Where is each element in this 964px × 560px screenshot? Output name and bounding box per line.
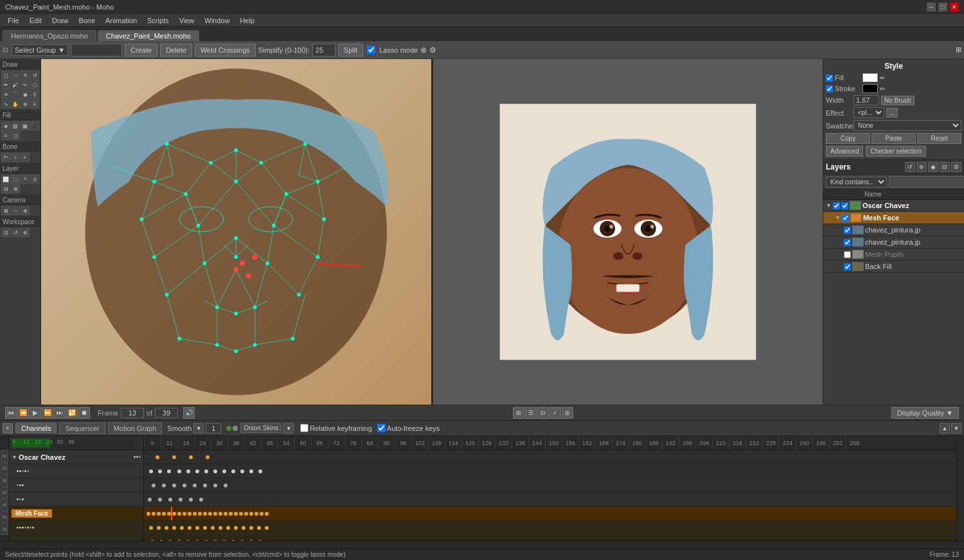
layer-sel-oscar-chavez[interactable] <box>841 202 848 209</box>
tl-track-mesh-sub2[interactable] <box>144 535 956 541</box>
delete-button[interactable]: Delete <box>160 44 192 57</box>
go-to-end-button[interactable]: ⏭ <box>54 407 66 419</box>
tool-weld[interactable]: ◉ <box>21 90 30 99</box>
next-frame-button[interactable]: ⏩ <box>42 407 53 419</box>
tool-shape[interactable]: ⬡ <box>30 80 39 89</box>
tool-camera-3[interactable]: ⊕ <box>21 206 30 215</box>
tool-fill-3[interactable]: ◻ <box>11 131 20 140</box>
grid-view-btn[interactable]: ⊞ <box>513 407 524 419</box>
tool-camera-1[interactable]: ⊠ <box>1 206 10 215</box>
tool-layer-6[interactable]: ⊞ <box>11 184 20 193</box>
menu-file[interactable]: File <box>3 14 24 26</box>
tool-layer-5[interactable]: ⊟ <box>1 184 10 193</box>
checkmark-btn[interactable]: ✓ <box>549 407 561 419</box>
layers-search-input[interactable] <box>889 176 964 188</box>
tl-add-btn[interactable]: + <box>3 423 13 433</box>
tab-sequencer[interactable]: Sequencer <box>59 423 105 434</box>
layer-vis-pupils[interactable] <box>844 251 851 258</box>
columns-view-btn[interactable]: ⊟ <box>537 407 549 419</box>
auto-freeze-checkbox[interactable] <box>377 424 386 432</box>
layer-vis-back-fill[interactable] <box>844 263 851 270</box>
tl-left-btn-5[interactable]: ◎ <box>1 499 8 511</box>
tool-hand[interactable]: ✋ <box>11 100 20 109</box>
menu-view[interactable]: View <box>174 14 200 26</box>
onion-dot-2[interactable] <box>233 426 238 431</box>
onion-arrow[interactable]: ▼ <box>283 423 294 433</box>
tl-track-sub2[interactable] <box>144 478 956 493</box>
tl-track-mesh-face[interactable] <box>144 507 956 521</box>
layer-item-chavez-pintura-2[interactable]: chavez_pintura.jp <box>823 236 964 249</box>
lasso-mode-checkbox[interactable] <box>367 46 375 54</box>
advanced-button[interactable]: Advanced <box>826 146 863 157</box>
layer-item-oscar-chavez[interactable]: ▼ Oscar Chavez <box>823 200 964 212</box>
tool-translate[interactable]: ✛ <box>21 71 30 80</box>
stroke-checkbox[interactable] <box>826 85 833 92</box>
copy-button[interactable]: Copy <box>826 133 870 144</box>
smooth-value-input[interactable] <box>206 423 221 433</box>
tool-layer-1[interactable]: ⬜ <box>1 175 10 184</box>
close-button[interactable]: ✕ <box>950 3 959 12</box>
tab-motion-graph[interactable]: Motion Graph <box>108 423 163 434</box>
tl-track-sub1[interactable] <box>144 464 956 478</box>
width-input[interactable] <box>853 95 879 105</box>
tl-left-btn-6[interactable]: ◎ <box>1 511 8 523</box>
tool-extra[interactable]: ≡ <box>30 100 39 109</box>
timeline-scrollbar-x[interactable] <box>0 541 964 548</box>
display-quality-button[interactable]: Display Quality ▼ <box>891 407 959 419</box>
layer-vis-mesh-face[interactable] <box>842 214 849 222</box>
fill-color-swatch[interactable] <box>862 73 878 82</box>
relative-keyframing-checkbox[interactable] <box>300 424 308 432</box>
checker-selection-button[interactable]: Checker selection <box>866 146 925 157</box>
tl-track-mesh-sub1[interactable] <box>144 521 956 535</box>
tool-zoom[interactable]: ⊕ <box>21 100 30 109</box>
tool-fill-bucket[interactable]: ▧ <box>11 121 20 130</box>
tool-layer-2[interactable]: ⬚ <box>11 175 20 184</box>
tool-select[interactable]: ◻ <box>1 71 10 80</box>
select-group-dropdown[interactable]: Select Group ▼ <box>12 44 68 56</box>
tl-left-btn-1[interactable]: ◎ <box>1 450 8 462</box>
menu-bone[interactable]: Bone <box>73 14 100 26</box>
tl-left-btn-4[interactable]: ◎ <box>1 487 8 498</box>
weld-crossings-button[interactable]: Weld Crossings <box>195 44 256 57</box>
tool-bone-2[interactable]: ⊦ <box>11 153 20 162</box>
tl-left-btn-2[interactable]: ◎ <box>1 462 8 474</box>
menu-scripts[interactable]: Scripts <box>142 14 174 26</box>
effect-dropdown[interactable]: <pl... <box>853 107 884 118</box>
tl-scroll-up[interactable]: ▲ <box>940 423 950 433</box>
minimize-button[interactable]: ─ <box>927 3 936 12</box>
layers-lock-btn[interactable]: ⊟ <box>940 162 950 172</box>
tl-scroll-down[interactable]: ▼ <box>951 423 961 433</box>
layer-vis-pintura-2[interactable] <box>844 239 851 246</box>
tab-channels[interactable]: Channels <box>15 423 57 433</box>
menu-help[interactable]: Help <box>235 14 260 26</box>
layers-eye-btn[interactable]: ◉ <box>928 162 938 172</box>
onion-dot-1[interactable] <box>226 426 231 431</box>
go-to-start-button[interactable]: ⏮ <box>5 407 17 419</box>
tool-freehand[interactable]: ✏ <box>21 80 30 89</box>
tl-left-btn-3[interactable]: ◎ <box>1 475 8 486</box>
tool-pen[interactable]: ✒ <box>1 80 10 89</box>
simplify-input[interactable] <box>312 44 335 57</box>
menu-draw[interactable]: Draw <box>47 14 74 26</box>
menu-edit[interactable]: Edit <box>24 14 47 26</box>
layer-item-chavez-pintura-1[interactable]: chavez_pintura.jp <box>823 224 964 236</box>
tl-track-sub3[interactable] <box>144 493 956 507</box>
tool-bone-1[interactable]: ⊢ <box>1 153 10 162</box>
expand-view-btn[interactable]: ⊞ <box>562 407 573 419</box>
timeline-scrollbar-y[interactable] <box>956 436 964 541</box>
layers-search-btn[interactable]: ⊕ <box>916 162 927 172</box>
layer-item-mesh-face[interactable]: ▼ Mesh Face <box>823 212 964 224</box>
fill-checkbox[interactable] <box>826 74 833 82</box>
layer-vis-oscar-chavez[interactable] <box>833 202 840 209</box>
tool-transform[interactable]: ↔ <box>11 71 20 80</box>
audio-button[interactable]: 🔊 <box>183 407 195 419</box>
tool-curvature[interactable]: ⌒ <box>11 90 20 99</box>
menu-animation[interactable]: Animation <box>100 14 142 26</box>
layers-refresh-btn[interactable]: ↺ <box>905 162 915 172</box>
tool-fill-select[interactable]: ◈ <box>1 121 10 130</box>
tool-paint-fill[interactable]: ⬛ <box>30 121 39 130</box>
layers-kind-filter[interactable]: Kind contains... <box>826 177 887 188</box>
tool-magnet[interactable]: ⚲ <box>30 90 39 99</box>
maximize-button[interactable]: □ <box>938 3 947 12</box>
record-button[interactable]: ⏺ <box>78 407 90 419</box>
